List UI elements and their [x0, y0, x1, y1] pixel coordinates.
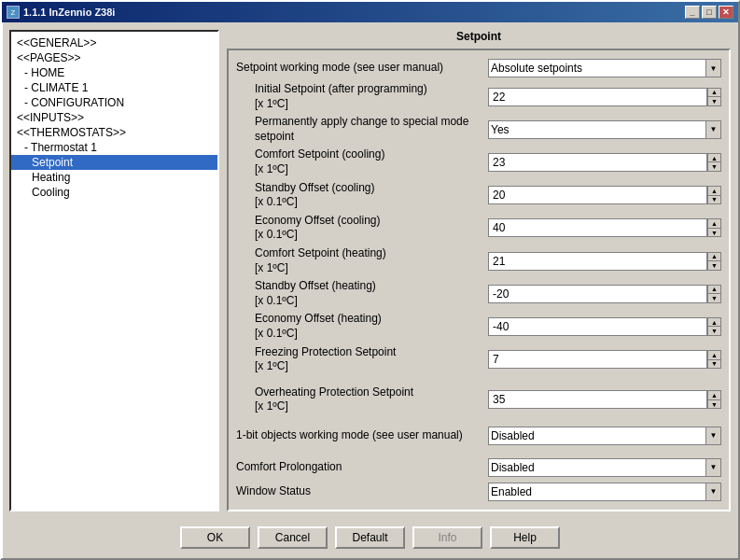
label-freezing_protection: Freezing Protection Setpoint[x 1ºC]	[236, 345, 488, 374]
form-row-economy_offset_heating: Economy Offset (heating)[x 0.1ºC]▲▼	[236, 312, 721, 341]
select-comfort_prolongation[interactable]: DisabledEnabled	[488, 458, 706, 477]
cancel-button[interactable]: Cancel	[258, 526, 328, 549]
spin-input-economy_offset_heating[interactable]	[488, 317, 706, 336]
spinbox-comfort_setpoint_heating: ▲▼	[488, 252, 721, 271]
sidebar-item-9[interactable]: Heating	[11, 170, 217, 185]
spin-input-comfort_setpoint_cooling[interactable]	[488, 153, 706, 172]
form-row-window_status: Window StatusEnabledDisabled▼	[236, 482, 721, 502]
form-row-comfort_setpoint_cooling: Comfort Setpoint (cooling)[x 1ºC]▲▼	[236, 147, 721, 176]
sidebar-item-0[interactable]: <<GENERAL>>	[11, 35, 217, 50]
sidebar-item-4[interactable]: - CONFIGURATION	[11, 95, 217, 110]
control-wrap-comfort_setpoint_cooling: ▲▼	[488, 153, 721, 172]
label-comfort_prolongation: Comfort Prolongation	[236, 460, 488, 475]
default-button[interactable]: Default	[335, 526, 405, 549]
help-button[interactable]: Help	[490, 526, 560, 549]
panel-body: Setpoint working mode (see user manual)A…	[227, 49, 731, 511]
spin-down-freezing_protection[interactable]: ▼	[707, 359, 720, 369]
form-row-economy_offset_cooling: Economy Offset (cooling)[x 0.1ºC]▲▼	[236, 214, 721, 243]
spin-up-comfort_setpoint_heating[interactable]: ▲	[707, 253, 720, 261]
select-wrap-permanently_apply: YesNo▼	[488, 120, 721, 139]
form-row-comfort_setpoint_heating: Comfort Setpoint (heating)[x 1ºC]▲▼	[236, 246, 721, 275]
control-wrap-standby_offset_heating: ▲▼	[488, 285, 721, 303]
minimize-button[interactable]: _	[685, 6, 700, 19]
spin-down-initial_setpoint[interactable]: ▼	[707, 96, 720, 105]
spin-input-comfort_setpoint_heating[interactable]	[488, 252, 706, 271]
spin-up-standby_offset_heating[interactable]: ▲	[707, 286, 720, 294]
spin-up-overheating_protection[interactable]: ▲	[707, 391, 720, 399]
select-arrow-working_mode: ▼	[706, 59, 721, 77]
app-icon: Z	[7, 6, 20, 19]
spin-down-comfort_setpoint_cooling[interactable]: ▼	[707, 161, 720, 171]
spinbox-comfort_setpoint_cooling: ▲▼	[488, 153, 721, 172]
spinbox-standby_offset_heating: ▲▼	[488, 285, 721, 303]
control-wrap-permanently_apply: YesNo▼	[488, 120, 721, 139]
spin-up-standby_offset_cooling[interactable]: ▲	[707, 187, 720, 195]
select-working_mode[interactable]: Absolute setpointsRelative setpoints	[488, 59, 706, 77]
maximize-button[interactable]: □	[702, 6, 717, 19]
form-row-bit_objects: 1-bit objects working mode (see user man…	[236, 426, 721, 446]
spin-input-freezing_protection[interactable]	[488, 350, 706, 369]
ok-button[interactable]: OK	[180, 526, 250, 549]
content-area: <<GENERAL>><<PAGES>>- HOME- CLIMATE 1- C…	[2, 22, 738, 519]
footer: OK Cancel Default Info Help	[2, 519, 738, 558]
sidebar-item-10[interactable]: Cooling	[11, 185, 217, 200]
spin-input-standby_offset_heating[interactable]	[488, 285, 706, 303]
select-wrap-comfort_prolongation: DisabledEnabled▼	[488, 458, 721, 477]
sidebar-item-7[interactable]: - Thermostat 1	[11, 140, 217, 155]
spinbox-freezing_protection: ▲▼	[488, 350, 721, 369]
label-window_status: Window Status	[236, 484, 488, 499]
select-window_status[interactable]: EnabledDisabled	[488, 483, 706, 501]
sidebar-item-1[interactable]: <<PAGES>>	[11, 50, 217, 65]
sidebar-item-8[interactable]: Setpoint	[11, 155, 217, 170]
form-row-freezing_protection: Freezing Protection Setpoint[x 1ºC]▲▼	[236, 345, 721, 374]
select-bit_objects[interactable]: DisabledEnabled	[488, 427, 706, 445]
control-wrap-comfort_setpoint_heating: ▲▼	[488, 252, 721, 271]
spin-input-overheating_protection[interactable]	[488, 390, 706, 409]
spin-down-standby_offset_heating[interactable]: ▼	[707, 293, 720, 302]
control-wrap-standby_offset_cooling: ▲▼	[488, 186, 721, 204]
spin-up-freezing_protection[interactable]: ▲	[707, 351, 720, 359]
label-bit_objects: 1-bit objects working mode (see user man…	[236, 428, 488, 443]
spin-up-economy_offset_heating[interactable]: ▲	[707, 318, 720, 327]
form-row-initial_setpoint: Initial Setpoint (after programming)[x 1…	[236, 82, 721, 111]
form-row-standby_offset_heating: Standby Offset (heating)[x 0.1ºC]▲▼	[236, 279, 721, 308]
spin-input-economy_offset_cooling[interactable]	[488, 218, 706, 237]
spin-down-comfort_setpoint_heating[interactable]: ▼	[707, 260, 720, 270]
sidebar-item-6[interactable]: <<THERMOSTATS>>	[11, 125, 217, 140]
spin-up-comfort_setpoint_cooling[interactable]: ▲	[707, 154, 720, 162]
spin-down-economy_offset_cooling[interactable]: ▼	[707, 228, 720, 237]
info-button: Info	[412, 526, 482, 549]
form-row-standby_offset_cooling: Standby Offset (cooling)[x 0.1ºC]▲▼	[236, 181, 721, 210]
control-wrap-economy_offset_cooling: ▲▼	[488, 218, 721, 237]
control-wrap-bit_objects: DisabledEnabled▼	[488, 427, 721, 445]
control-wrap-comfort_prolongation: DisabledEnabled▼	[488, 458, 721, 477]
select-wrap-bit_objects: DisabledEnabled▼	[488, 427, 721, 445]
spin-up-economy_offset_cooling[interactable]: ▲	[707, 219, 720, 228]
select-wrap-window_status: EnabledDisabled▼	[488, 483, 721, 501]
select-permanently_apply[interactable]: YesNo	[488, 120, 706, 139]
spinbox-initial_setpoint: ▲▼	[488, 88, 721, 106]
spin-input-standby_offset_cooling[interactable]	[488, 186, 706, 204]
sidebar-item-5[interactable]: <<INPUTS>>	[11, 110, 217, 125]
main-window: Z 1.1.1 InZennio Z38i _ □ ✕ <<GENERAL>><…	[0, 0, 740, 560]
spin-down-overheating_protection[interactable]: ▼	[707, 399, 720, 409]
select-arrow-bit_objects: ▼	[706, 427, 721, 445]
spin-input-initial_setpoint[interactable]	[488, 88, 706, 106]
close-button[interactable]: ✕	[719, 6, 733, 19]
spin-down-economy_offset_heating[interactable]: ▼	[707, 326, 720, 335]
spinbox-overheating_protection: ▲▼	[488, 390, 721, 409]
sidebar-item-2[interactable]: - HOME	[11, 65, 217, 80]
select-wrap-working_mode: Absolute setpointsRelative setpoints▼	[488, 59, 721, 77]
label-economy_offset_cooling: Economy Offset (cooling)[x 0.1ºC]	[236, 214, 488, 243]
sidebar-item-3[interactable]: - CLIMATE 1	[11, 80, 217, 95]
control-wrap-freezing_protection: ▲▼	[488, 350, 721, 369]
control-wrap-overheating_protection: ▲▼	[488, 390, 721, 409]
right-panel: Setpoint Setpoint working mode (see user…	[227, 30, 731, 511]
window-title: 1.1.1 InZennio Z38i	[23, 7, 115, 18]
control-wrap-initial_setpoint: ▲▼	[488, 88, 721, 106]
label-initial_setpoint: Initial Setpoint (after programming)[x 1…	[236, 82, 488, 111]
spin-up-initial_setpoint[interactable]: ▲	[707, 89, 720, 97]
spin-down-standby_offset_cooling[interactable]: ▼	[707, 195, 720, 204]
label-comfort_setpoint_cooling: Comfort Setpoint (cooling)[x 1ºC]	[236, 147, 488, 176]
sidebar: <<GENERAL>><<PAGES>>- HOME- CLIMATE 1- C…	[9, 30, 219, 511]
